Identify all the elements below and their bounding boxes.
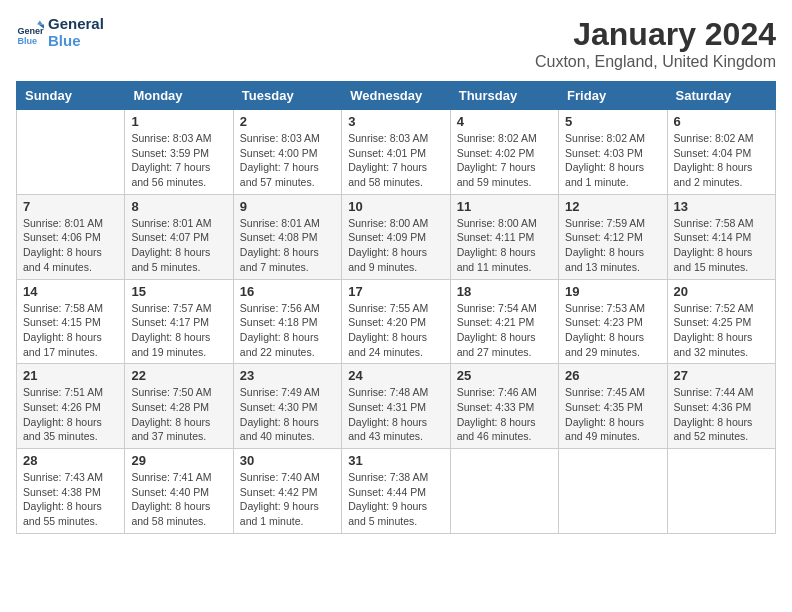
calendar-cell: 2Sunrise: 8:03 AM Sunset: 4:00 PM Daylig…: [233, 110, 341, 195]
day-header-thursday: Thursday: [450, 82, 558, 110]
day-number: 17: [348, 284, 443, 299]
day-info: Sunrise: 7:56 AM Sunset: 4:18 PM Dayligh…: [240, 301, 335, 360]
day-header-friday: Friday: [559, 82, 667, 110]
day-number: 9: [240, 199, 335, 214]
day-number: 10: [348, 199, 443, 214]
day-info: Sunrise: 8:03 AM Sunset: 4:00 PM Dayligh…: [240, 131, 335, 190]
calendar-cell: 7Sunrise: 8:01 AM Sunset: 4:06 PM Daylig…: [17, 194, 125, 279]
day-number: 8: [131, 199, 226, 214]
day-number: 26: [565, 368, 660, 383]
calendar-cell: 23Sunrise: 7:49 AM Sunset: 4:30 PM Dayli…: [233, 364, 341, 449]
day-number: 28: [23, 453, 118, 468]
svg-marker-2: [37, 20, 43, 24]
calendar-cell: [667, 449, 775, 534]
day-header-saturday: Saturday: [667, 82, 775, 110]
day-info: Sunrise: 7:54 AM Sunset: 4:21 PM Dayligh…: [457, 301, 552, 360]
day-header-sunday: Sunday: [17, 82, 125, 110]
day-number: 2: [240, 114, 335, 129]
calendar-cell: 18Sunrise: 7:54 AM Sunset: 4:21 PM Dayli…: [450, 279, 558, 364]
day-info: Sunrise: 8:03 AM Sunset: 4:01 PM Dayligh…: [348, 131, 443, 190]
calendar-cell: 26Sunrise: 7:45 AM Sunset: 4:35 PM Dayli…: [559, 364, 667, 449]
logo-line2: Blue: [48, 33, 104, 50]
day-number: 29: [131, 453, 226, 468]
day-info: Sunrise: 7:50 AM Sunset: 4:28 PM Dayligh…: [131, 385, 226, 444]
calendar-cell: 14Sunrise: 7:58 AM Sunset: 4:15 PM Dayli…: [17, 279, 125, 364]
day-info: Sunrise: 8:02 AM Sunset: 4:03 PM Dayligh…: [565, 131, 660, 190]
calendar-cell: 13Sunrise: 7:58 AM Sunset: 4:14 PM Dayli…: [667, 194, 775, 279]
day-header-wednesday: Wednesday: [342, 82, 450, 110]
day-number: 24: [348, 368, 443, 383]
day-header-tuesday: Tuesday: [233, 82, 341, 110]
day-info: Sunrise: 8:01 AM Sunset: 4:08 PM Dayligh…: [240, 216, 335, 275]
calendar-cell: 4Sunrise: 8:02 AM Sunset: 4:02 PM Daylig…: [450, 110, 558, 195]
day-number: 19: [565, 284, 660, 299]
day-info: Sunrise: 7:45 AM Sunset: 4:35 PM Dayligh…: [565, 385, 660, 444]
day-number: 5: [565, 114, 660, 129]
day-info: Sunrise: 7:38 AM Sunset: 4:44 PM Dayligh…: [348, 470, 443, 529]
day-number: 4: [457, 114, 552, 129]
day-number: 20: [674, 284, 769, 299]
calendar-cell: 3Sunrise: 8:03 AM Sunset: 4:01 PM Daylig…: [342, 110, 450, 195]
svg-text:Blue: Blue: [17, 35, 37, 45]
calendar-cell: 22Sunrise: 7:50 AM Sunset: 4:28 PM Dayli…: [125, 364, 233, 449]
day-info: Sunrise: 7:55 AM Sunset: 4:20 PM Dayligh…: [348, 301, 443, 360]
calendar-cell: 31Sunrise: 7:38 AM Sunset: 4:44 PM Dayli…: [342, 449, 450, 534]
calendar-cell: 30Sunrise: 7:40 AM Sunset: 4:42 PM Dayli…: [233, 449, 341, 534]
day-number: 15: [131, 284, 226, 299]
day-info: Sunrise: 7:49 AM Sunset: 4:30 PM Dayligh…: [240, 385, 335, 444]
logo-icon: General Blue: [16, 19, 44, 47]
calendar-cell: 8Sunrise: 8:01 AM Sunset: 4:07 PM Daylig…: [125, 194, 233, 279]
day-number: 11: [457, 199, 552, 214]
calendar-cell: [559, 449, 667, 534]
calendar-cell: [17, 110, 125, 195]
day-number: 14: [23, 284, 118, 299]
day-info: Sunrise: 7:44 AM Sunset: 4:36 PM Dayligh…: [674, 385, 769, 444]
day-number: 12: [565, 199, 660, 214]
day-number: 23: [240, 368, 335, 383]
calendar-cell: [450, 449, 558, 534]
day-number: 18: [457, 284, 552, 299]
title-area: January 2024 Cuxton, England, United Kin…: [535, 16, 776, 71]
day-info: Sunrise: 7:52 AM Sunset: 4:25 PM Dayligh…: [674, 301, 769, 360]
logo-line1: General: [48, 16, 104, 33]
day-number: 1: [131, 114, 226, 129]
day-info: Sunrise: 7:58 AM Sunset: 4:15 PM Dayligh…: [23, 301, 118, 360]
day-header-monday: Monday: [125, 82, 233, 110]
day-number: 3: [348, 114, 443, 129]
day-number: 21: [23, 368, 118, 383]
calendar-cell: 19Sunrise: 7:53 AM Sunset: 4:23 PM Dayli…: [559, 279, 667, 364]
day-number: 30: [240, 453, 335, 468]
calendar-title: January 2024: [535, 16, 776, 53]
day-number: 13: [674, 199, 769, 214]
day-info: Sunrise: 7:46 AM Sunset: 4:33 PM Dayligh…: [457, 385, 552, 444]
day-number: 22: [131, 368, 226, 383]
calendar-cell: 5Sunrise: 8:02 AM Sunset: 4:03 PM Daylig…: [559, 110, 667, 195]
day-info: Sunrise: 7:41 AM Sunset: 4:40 PM Dayligh…: [131, 470, 226, 529]
calendar-cell: 27Sunrise: 7:44 AM Sunset: 4:36 PM Dayli…: [667, 364, 775, 449]
day-info: Sunrise: 7:43 AM Sunset: 4:38 PM Dayligh…: [23, 470, 118, 529]
day-info: Sunrise: 7:53 AM Sunset: 4:23 PM Dayligh…: [565, 301, 660, 360]
day-number: 7: [23, 199, 118, 214]
header: General Blue General Blue January 2024 C…: [16, 16, 776, 71]
day-info: Sunrise: 8:01 AM Sunset: 4:06 PM Dayligh…: [23, 216, 118, 275]
day-info: Sunrise: 7:48 AM Sunset: 4:31 PM Dayligh…: [348, 385, 443, 444]
calendar-subtitle: Cuxton, England, United Kingdom: [535, 53, 776, 71]
day-number: 16: [240, 284, 335, 299]
calendar-cell: 28Sunrise: 7:43 AM Sunset: 4:38 PM Dayli…: [17, 449, 125, 534]
calendar-cell: 9Sunrise: 8:01 AM Sunset: 4:08 PM Daylig…: [233, 194, 341, 279]
day-info: Sunrise: 7:40 AM Sunset: 4:42 PM Dayligh…: [240, 470, 335, 529]
calendar-cell: 6Sunrise: 8:02 AM Sunset: 4:04 PM Daylig…: [667, 110, 775, 195]
calendar-cell: 25Sunrise: 7:46 AM Sunset: 4:33 PM Dayli…: [450, 364, 558, 449]
day-info: Sunrise: 7:57 AM Sunset: 4:17 PM Dayligh…: [131, 301, 226, 360]
day-info: Sunrise: 7:58 AM Sunset: 4:14 PM Dayligh…: [674, 216, 769, 275]
calendar-cell: 15Sunrise: 7:57 AM Sunset: 4:17 PM Dayli…: [125, 279, 233, 364]
day-info: Sunrise: 8:00 AM Sunset: 4:09 PM Dayligh…: [348, 216, 443, 275]
calendar-cell: 29Sunrise: 7:41 AM Sunset: 4:40 PM Dayli…: [125, 449, 233, 534]
day-info: Sunrise: 8:00 AM Sunset: 4:11 PM Dayligh…: [457, 216, 552, 275]
calendar-cell: 21Sunrise: 7:51 AM Sunset: 4:26 PM Dayli…: [17, 364, 125, 449]
day-number: 6: [674, 114, 769, 129]
calendar-cell: 11Sunrise: 8:00 AM Sunset: 4:11 PM Dayli…: [450, 194, 558, 279]
day-info: Sunrise: 8:02 AM Sunset: 4:04 PM Dayligh…: [674, 131, 769, 190]
calendar-cell: 16Sunrise: 7:56 AM Sunset: 4:18 PM Dayli…: [233, 279, 341, 364]
day-info: Sunrise: 8:03 AM Sunset: 3:59 PM Dayligh…: [131, 131, 226, 190]
